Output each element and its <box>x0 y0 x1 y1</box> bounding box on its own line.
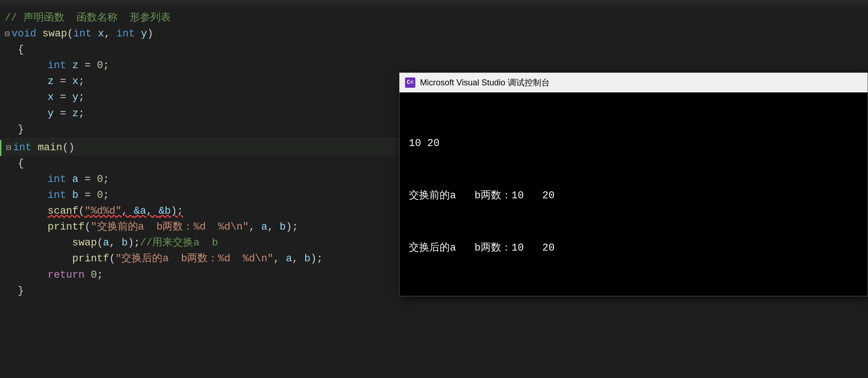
brace-open-2: { <box>18 156 24 172</box>
num-0-z: 0 <box>97 58 103 74</box>
num-0-a: 0 <box>97 172 103 188</box>
top-fade <box>0 0 868 9</box>
var-z3: z <box>72 106 78 122</box>
var-x1: x <box>72 74 78 90</box>
kw-int-z: int <box>48 58 66 74</box>
output-line-blank <box>409 292 858 296</box>
brace-close-1: } <box>18 122 24 138</box>
debug-console-icon: C< <box>405 77 415 88</box>
var-y1: y <box>72 90 78 105</box>
kw-int-x: int <box>73 26 92 42</box>
kw-int-b: int <box>48 188 66 203</box>
var-a: a <box>72 172 78 188</box>
var-a4: a <box>286 251 292 267</box>
debug-console-title: Microsoft Visual Studio 调试控制台 <box>420 77 550 88</box>
kw-int-a: int <box>48 172 66 188</box>
fn-swap-call: swap <box>72 235 97 251</box>
fn-printf-before: printf <box>48 219 84 235</box>
brace-open-1: { <box>18 42 24 58</box>
comment-text: // 声明函数 函数名称 形参列表 <box>5 10 171 26</box>
var-a3: a <box>103 235 109 251</box>
debug-console-titlebar: C< Microsoft Visual Studio 调试控制台 <box>399 73 868 92</box>
code-line-brace1-open: { <box>0 42 868 58</box>
icon-label: C< <box>407 79 413 86</box>
var-addr-b: &b <box>159 203 171 219</box>
fn-main: main <box>38 140 63 156</box>
str-printf-after: "交换后的a b两数：%d %d\n" <box>115 251 273 267</box>
fn-swap: swap <box>42 26 67 42</box>
var-b2: b <box>280 219 286 235</box>
code-line-int-z: int z = 0 ; <box>0 58 868 74</box>
param-y: y <box>141 26 147 42</box>
var-b4: b <box>304 251 310 267</box>
var-b3: b <box>121 235 127 251</box>
var-addr-a: &a <box>134 203 146 219</box>
debug-console: C< Microsoft Visual Studio 调试控制台 10 20 交… <box>399 72 868 296</box>
kw-int-main: int <box>13 140 32 156</box>
str-printf-before: "交换前的a b两数：%d %d\n" <box>91 219 249 235</box>
kw-void: void <box>12 26 36 42</box>
str-scanf: "%d%d" <box>84 203 121 219</box>
brace-close-2: } <box>18 283 24 299</box>
code-line-comment: // 声明函数 函数名称 形参列表 <box>0 10 868 26</box>
fold-main[interactable]: ⊟ <box>6 142 11 155</box>
num-0-return: 0 <box>91 267 97 283</box>
var-y2: y <box>48 106 54 122</box>
fn-printf-after: printf <box>72 251 109 267</box>
fn-scanf: scanf <box>48 203 78 219</box>
debug-console-body: 10 20 交换前的a b两数：10 20 交换后的a b两数：10 20 D:… <box>399 92 868 296</box>
var-z2: z <box>48 74 54 90</box>
kw-return: return <box>48 267 84 283</box>
kw-int-y: int <box>116 26 135 42</box>
var-b: b <box>72 188 78 203</box>
output-line-3: 交换后的a b两数：10 20 <box>409 239 858 257</box>
param-x: x <box>98 26 104 42</box>
output-line-1: 10 20 <box>409 135 858 152</box>
var-x2: x <box>48 90 54 105</box>
var-a2: a <box>261 219 267 235</box>
fold-swap[interactable]: ⊟ <box>5 28 10 41</box>
num-0-b: 0 <box>97 188 103 203</box>
code-line-void-swap: ⊟ void swap ( int x , int y ) <box>0 26 868 42</box>
comment-swap: //用来交换a b <box>140 235 218 251</box>
output-line-2: 交换前的a b两数：10 20 <box>409 187 858 204</box>
var-z: z <box>72 58 78 74</box>
